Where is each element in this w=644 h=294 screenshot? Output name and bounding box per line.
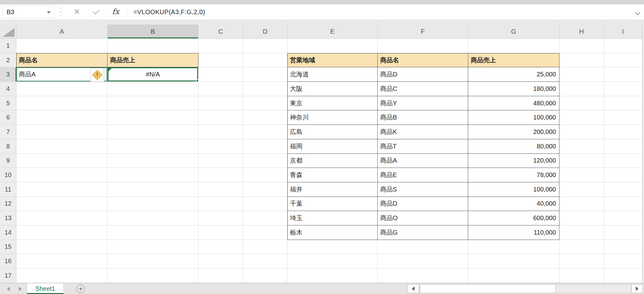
sheet-tab-sheet1[interactable]: Sheet1 bbox=[27, 283, 64, 294]
cell-F10[interactable]: 商品E bbox=[378, 168, 468, 182]
cell-C14[interactable] bbox=[198, 225, 243, 240]
cell-D5[interactable] bbox=[243, 96, 287, 111]
cell-G9[interactable]: 120,000 bbox=[468, 154, 559, 168]
cell-C9[interactable] bbox=[198, 154, 243, 168]
cell-B4[interactable] bbox=[108, 82, 198, 96]
chevron-down-icon[interactable] bbox=[47, 11, 51, 14]
cell-I1[interactable] bbox=[604, 39, 642, 53]
left-arrow-icon[interactable] bbox=[7, 287, 10, 291]
cell-I9[interactable] bbox=[604, 154, 642, 168]
cell-E10[interactable]: 青森 bbox=[287, 168, 378, 182]
column-header-E[interactable]: E bbox=[287, 25, 378, 39]
vertical-scrollbar[interactable] bbox=[642, 25, 644, 283]
cell-I11[interactable] bbox=[604, 182, 642, 197]
cell-E12[interactable]: 千葉 bbox=[287, 197, 378, 211]
row-header-14[interactable]: 14 bbox=[0, 225, 16, 240]
cell-A10[interactable] bbox=[16, 168, 108, 182]
column-header-C[interactable]: C bbox=[198, 25, 243, 39]
row-header-3[interactable]: 3 bbox=[0, 67, 16, 82]
cell-C15[interactable] bbox=[198, 240, 243, 254]
name-box[interactable]: B3 bbox=[3, 6, 54, 18]
cell-C8[interactable] bbox=[198, 139, 243, 154]
cell-G16[interactable] bbox=[468, 254, 559, 269]
cell-B6[interactable] bbox=[108, 110, 198, 125]
cell-B16[interactable] bbox=[108, 254, 198, 269]
cell-B9[interactable] bbox=[108, 154, 198, 168]
cell-D16[interactable] bbox=[243, 254, 287, 269]
row-header-15[interactable]: 15 bbox=[0, 240, 16, 254]
cell-D15[interactable] bbox=[243, 240, 287, 254]
cell-D17[interactable] bbox=[243, 269, 287, 283]
cell-F1[interactable] bbox=[378, 39, 468, 53]
cell-C16[interactable] bbox=[198, 254, 243, 269]
cell-F3[interactable]: 商品D bbox=[378, 67, 468, 82]
cell-F11[interactable]: 商品S bbox=[378, 182, 468, 197]
cell-E13[interactable]: 埼玉 bbox=[287, 211, 378, 225]
cell-A2[interactable]: 商品名 bbox=[16, 53, 108, 68]
cell-I17[interactable] bbox=[604, 269, 642, 283]
cell-A16[interactable] bbox=[16, 254, 108, 269]
row-header-5[interactable]: 5 bbox=[0, 96, 16, 111]
fill-handle[interactable] bbox=[196, 79, 198, 82]
cell-C4[interactable] bbox=[198, 82, 243, 96]
cell-I14[interactable] bbox=[604, 225, 642, 240]
cell-D8[interactable] bbox=[243, 139, 287, 154]
cell-A8[interactable] bbox=[16, 139, 108, 154]
cell-G17[interactable] bbox=[468, 269, 559, 283]
column-header-A[interactable]: A bbox=[16, 25, 108, 39]
cell-B7[interactable] bbox=[108, 125, 198, 139]
cell-B15[interactable] bbox=[108, 240, 198, 254]
row-header-7[interactable]: 7 bbox=[0, 125, 16, 139]
cell-E11[interactable]: 福井 bbox=[287, 182, 378, 197]
cell-B13[interactable] bbox=[108, 211, 198, 225]
cell-I6[interactable] bbox=[604, 110, 642, 125]
cell-D3[interactable] bbox=[243, 67, 287, 82]
cell-E6[interactable]: 神奈川 bbox=[287, 110, 378, 125]
cell-C5[interactable] bbox=[198, 96, 243, 111]
cell-C7[interactable] bbox=[198, 125, 243, 139]
enter-button[interactable] bbox=[89, 5, 103, 18]
cell-A17[interactable] bbox=[16, 269, 108, 283]
cell-A4[interactable] bbox=[16, 82, 108, 96]
cell-I15[interactable] bbox=[604, 240, 642, 254]
cell-B17[interactable] bbox=[108, 269, 198, 283]
cell-G13[interactable]: 600,000 bbox=[468, 211, 559, 225]
row-header-17[interactable]: 17 bbox=[0, 269, 16, 283]
cell-E7[interactable]: 広島 bbox=[287, 125, 378, 139]
cell-I16[interactable] bbox=[604, 254, 642, 269]
row-header-4[interactable]: 4 bbox=[0, 82, 16, 96]
cell-F8[interactable]: 商品T bbox=[378, 139, 468, 154]
row-header-8[interactable]: 8 bbox=[0, 139, 16, 154]
cell-I2[interactable] bbox=[604, 53, 642, 68]
cell-F12[interactable]: 商品D bbox=[378, 197, 468, 211]
row-header-11[interactable]: 11 bbox=[0, 182, 16, 197]
cell-F13[interactable]: 商品O bbox=[378, 211, 468, 225]
cell-G1[interactable] bbox=[468, 39, 559, 53]
cell-H11[interactable] bbox=[559, 182, 604, 197]
cell-D13[interactable] bbox=[243, 211, 287, 225]
cell-F9[interactable]: 商品A bbox=[378, 154, 468, 168]
cell-E5[interactable]: 東京 bbox=[287, 96, 378, 111]
cell-I7[interactable] bbox=[604, 125, 642, 139]
cell-C10[interactable] bbox=[198, 168, 243, 182]
horizontal-scrollbar-track[interactable] bbox=[419, 284, 631, 293]
column-header-B[interactable]: B bbox=[108, 25, 198, 39]
cell-E14[interactable]: 栃木 bbox=[287, 225, 378, 240]
cell-H6[interactable] bbox=[559, 110, 604, 125]
cell-C2[interactable] bbox=[198, 53, 243, 68]
row-header-10[interactable]: 10 bbox=[0, 168, 16, 182]
cell-G4[interactable]: 180,000 bbox=[468, 82, 559, 96]
insert-function-button[interactable]: fx bbox=[109, 5, 123, 18]
cell-H2[interactable] bbox=[559, 53, 604, 68]
cell-B11[interactable] bbox=[108, 182, 198, 197]
cell-F17[interactable] bbox=[378, 269, 468, 283]
cell-H8[interactable] bbox=[559, 139, 604, 154]
cell-H15[interactable] bbox=[559, 240, 604, 254]
cell-A13[interactable] bbox=[16, 211, 108, 225]
cell-I12[interactable] bbox=[604, 197, 642, 211]
cell-E2[interactable]: 営業地域 bbox=[287, 53, 378, 68]
column-header-F[interactable]: F bbox=[378, 25, 468, 39]
row-header-1[interactable]: 1 bbox=[0, 39, 16, 53]
cell-E4[interactable]: 大阪 bbox=[287, 82, 378, 96]
cell-D14[interactable] bbox=[243, 225, 287, 240]
